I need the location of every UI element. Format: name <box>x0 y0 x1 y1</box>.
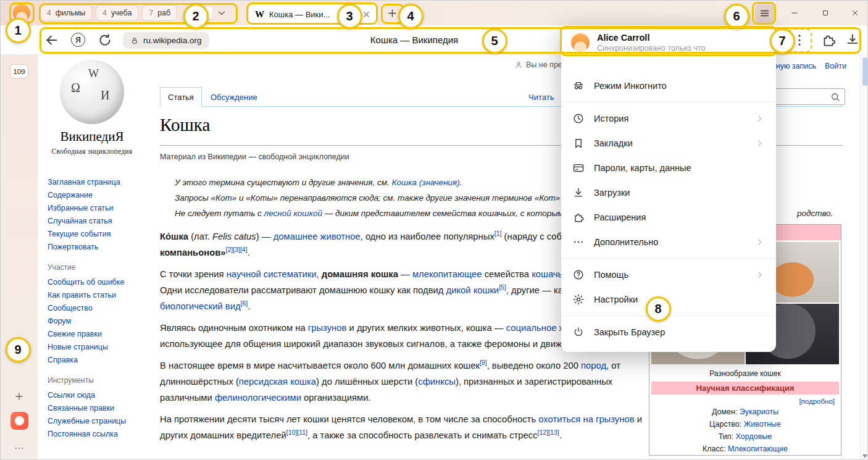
maximize-button[interactable] <box>817 4 834 22</box>
scrollbar-down-arrow[interactable] <box>862 454 867 458</box>
downloads-button[interactable] <box>845 32 861 48</box>
wiki-nav-link[interactable]: Форум <box>48 315 154 328</box>
profile-avatar[interactable] <box>13 4 30 22</box>
wiki-link[interactable]: научной систематики <box>227 269 317 279</box>
ref-link[interactable]: [10][11] <box>286 429 307 436</box>
close-window-button[interactable] <box>846 4 864 22</box>
wiki-link[interactable]: пород <box>581 361 606 370</box>
wiki-nav-link[interactable]: Свежие правки <box>48 328 154 341</box>
ref-link[interactable]: [6] <box>241 299 248 307</box>
close-tab-icon[interactable] <box>362 10 371 19</box>
wiki-link[interactable]: дикой кошки <box>446 285 499 295</box>
login-link[interactable]: Войти <box>825 62 846 70</box>
wiki-link[interactable]: сфинксы <box>418 377 456 387</box>
ref-link[interactable]: [2][3][4] <box>226 246 248 253</box>
taxonomy-label: Тип: <box>719 432 736 441</box>
hamburger-icon <box>759 7 770 19</box>
wiki-nav-link[interactable]: Как править статьи <box>48 289 154 302</box>
wiki-link[interactable]: охотиться на грызунов <box>538 414 634 424</box>
taxonomy-value-link[interactable]: Млекопитающие <box>728 445 788 453</box>
wiki-nav-link[interactable]: Постоянная ссылка <box>48 428 154 441</box>
menu-item-passwords[interactable]: Пароли, карты, данные <box>561 156 776 180</box>
wiki-link[interactable]: Кошка (значения) <box>392 178 460 187</box>
text-segment: У этого термина существуют и другие знач… <box>175 178 392 187</box>
menu-item-history[interactable]: История <box>561 106 776 131</box>
wiki-nav-link[interactable]: Справка <box>48 354 154 367</box>
tab-groups-counter-badge[interactable]: 1 <box>199 6 213 20</box>
tab-talk[interactable]: Обсуждение <box>203 87 265 107</box>
ref-link[interactable]: [12][13] <box>538 429 559 436</box>
sidebar-more-button[interactable] <box>14 443 25 454</box>
tab-group-chip[interactable]: 4учеба <box>96 5 138 21</box>
wiki-link[interactable]: биологический вид <box>160 301 241 311</box>
taxobox-caption: Разнообразие кошек <box>649 366 841 380</box>
taxonomy-value-link[interactable]: Эукариоты <box>740 408 778 416</box>
menu-item-downloads[interactable]: Загрузки <box>561 180 776 205</box>
active-tab[interactable]: W Кошка — Вики... <box>249 4 377 25</box>
wiki-nav-link[interactable]: Связанные правки <box>48 402 154 415</box>
menu-item-help[interactable]: Помощь <box>561 262 776 287</box>
minimize-button[interactable] <box>786 4 803 22</box>
wiki-link[interactable]: домашнее животное <box>273 232 361 241</box>
tab-read[interactable]: Читать <box>521 87 561 107</box>
text-segment: (лат. <box>188 232 212 241</box>
reload-button[interactable] <box>97 32 113 48</box>
text-segment: С точки зрения <box>160 269 227 279</box>
search-icon[interactable] <box>830 91 841 102</box>
wiki-link[interactable]: млекопитающее <box>412 269 482 279</box>
alice-icon[interactable] <box>10 412 28 430</box>
wiki-link[interactable]: персидская кошка <box>239 377 316 387</box>
wiki-nav-link[interactable]: Заглавная страница <box>48 176 154 189</box>
menu-profile-row[interactable]: Alice Carroll Синхронизировано только чт… <box>561 25 776 52</box>
menu-item-extensions[interactable]: Расширения <box>561 205 776 230</box>
text-segment: Запросы «Кот» и «Коты» перенаправляются … <box>175 193 604 203</box>
page-scrollbar[interactable] <box>860 55 868 460</box>
menu-item-incognito[interactable]: Режим Инкогнито <box>561 73 776 98</box>
new-tab-button[interactable] <box>386 7 398 19</box>
power-icon <box>572 326 585 338</box>
wiki-nav-link[interactable]: Ссылки сюда <box>48 389 154 402</box>
ref-link[interactable]: [5] <box>499 283 506 291</box>
menu-item-bookmarks[interactable]: Закладки <box>561 131 776 156</box>
text-segment: . <box>248 301 250 311</box>
ref-link[interactable]: [9] <box>480 359 487 366</box>
details-link[interactable]: [подробно] <box>649 396 841 406</box>
back-button[interactable] <box>44 32 60 48</box>
menu-item-label: Режим Инкогнито <box>594 81 667 91</box>
tab-article[interactable]: Статья <box>160 87 202 107</box>
minimize-icon <box>790 9 799 17</box>
chevron-right-icon <box>755 138 765 148</box>
wiki-nav-link[interactable]: Сообщить об ошибке <box>48 276 154 289</box>
wiki-nav-link[interactable]: Новые страницы <box>48 341 154 354</box>
kebab-menu-icon[interactable] <box>791 32 807 48</box>
browser-menu-button[interactable] <box>755 4 774 23</box>
yandex-button[interactable]: Я <box>71 33 85 47</box>
taxonomy-value-link[interactable]: Животные <box>744 420 781 429</box>
wikipedia-logo[interactable]: Ω W И <box>60 60 124 124</box>
scrollbar-thumb[interactable] <box>862 57 867 86</box>
wiki-link[interactable]: фелинологическими <box>215 393 301 403</box>
wiki-nav-link[interactable]: Служебные страницы <box>48 415 154 428</box>
wiki-link[interactable]: лесной кошкой <box>264 209 322 218</box>
extensions-icon[interactable] <box>820 32 837 48</box>
wiki-nav-link[interactable]: Сообщество <box>48 302 154 315</box>
wiki-nav-link[interactable]: Избранные статьи <box>48 202 154 215</box>
sidebar-add-button[interactable] <box>14 391 25 402</box>
profile-avatar <box>571 33 590 52</box>
taxonomy-value-link[interactable]: Хордовые <box>736 432 772 441</box>
wiki-nav-link[interactable]: Пожертвовать <box>48 241 154 254</box>
wiki-nav-link[interactable]: Текущие события <box>48 228 154 241</box>
ref-link[interactable]: [1] <box>495 230 502 237</box>
wiki-nav-link[interactable]: Случайная статья <box>48 215 154 228</box>
menu-item-more[interactable]: Дополнительно <box>561 230 776 254</box>
taxonomy-row: Тип: Хордовые <box>649 430 841 443</box>
tab-counter-badge[interactable]: 109 <box>10 64 28 78</box>
chevron-down-icon[interactable] <box>216 7 227 19</box>
address-bar[interactable]: ru.wikipedia.org <box>123 32 209 49</box>
wiki-link[interactable]: грызунов <box>308 323 347 333</box>
tab-group-chip[interactable]: 7раб <box>142 5 177 21</box>
menu-item-settings[interactable]: Настройки <box>561 287 776 312</box>
tab-group-chip[interactable]: 4фильмы <box>40 5 92 21</box>
wiki-nav-link[interactable]: Содержание <box>48 189 154 202</box>
menu-item-power[interactable]: Закрыть Браузер <box>561 320 776 345</box>
